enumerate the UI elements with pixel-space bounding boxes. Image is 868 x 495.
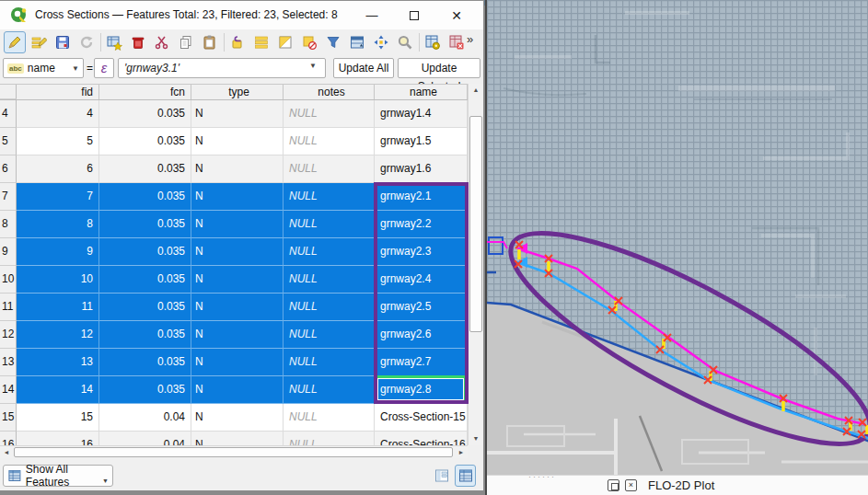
maximize-button[interactable] — [399, 5, 429, 27]
cell-fid[interactable]: 14 — [17, 376, 99, 404]
cell-type[interactable]: N — [191, 376, 284, 404]
row-number[interactable]: 8 — [0, 211, 17, 238]
cell-name-current[interactable]: grnway2.8 — [375, 376, 468, 404]
cell-name[interactable]: grnway1.6 — [375, 155, 468, 183]
close-button[interactable]: ✕ — [442, 5, 471, 27]
scroll-down-icon[interactable]: ▼ — [469, 432, 483, 445]
multi-edit-button[interactable] — [28, 31, 50, 53]
cell-fid[interactable]: 12 — [17, 321, 99, 349]
cell-fid[interactable]: 16 — [17, 432, 99, 445]
cell-notes[interactable]: NULL — [284, 183, 375, 211]
select-all-button[interactable] — [250, 31, 272, 53]
cell-notes[interactable]: NULL — [284, 155, 375, 183]
map-canvas[interactable] — [487, 0, 868, 475]
scroll-right-icon[interactable]: ► — [455, 446, 468, 458]
row-number[interactable]: 15 — [0, 404, 17, 432]
table-row-selected[interactable]: 8 8 0.035 N NULL grnway2.2 — [0, 211, 468, 238]
cell-fid[interactable]: 11 — [17, 294, 99, 321]
cell-name[interactable]: grnway2.6 — [375, 321, 468, 349]
cell-type[interactable]: N — [191, 183, 284, 211]
cell-fcn[interactable]: 0.035 — [99, 294, 191, 321]
pan-to-selection-button[interactable] — [370, 31, 392, 53]
row-number[interactable]: 7 — [0, 183, 17, 211]
dock-close-icon[interactable]: × — [625, 479, 637, 491]
cell-notes[interactable]: NULL — [284, 349, 375, 376]
dock-float-icon[interactable] — [608, 479, 619, 491]
row-number[interactable]: 16 — [0, 432, 17, 445]
table-view-button[interactable] — [455, 465, 476, 487]
cell-fcn[interactable]: 0.035 — [99, 238, 191, 266]
cell-fid[interactable]: 5 — [17, 128, 99, 155]
cell-name[interactable]: grnway2.1 — [375, 183, 468, 211]
row-number[interactable]: 14 — [0, 376, 17, 404]
add-feature-button[interactable] — [103, 31, 125, 53]
expression-input[interactable]: 'grnway3.1' — [118, 58, 326, 78]
cell-type[interactable]: N — [191, 155, 284, 183]
table-row-selected[interactable]: 9 9 0.035 N NULL grnway2.3 — [0, 238, 468, 266]
move-selection-top-button[interactable] — [346, 31, 368, 53]
table-row[interactable]: 6 6 0.035 N NULL grnway1.6 — [0, 155, 468, 183]
zoom-to-selection-button[interactable] — [394, 31, 416, 53]
cell-notes[interactable]: NULL — [284, 211, 375, 238]
cell-type[interactable]: N — [191, 128, 284, 155]
cell-name[interactable]: grnway2.2 — [375, 211, 468, 238]
expression-builder-button[interactable]: ε — [94, 58, 114, 78]
cell-name[interactable]: grnway2.5 — [375, 294, 468, 321]
cell-notes[interactable]: NULL — [284, 432, 375, 445]
row-number[interactable]: 11 — [0, 294, 17, 321]
cell-notes[interactable]: NULL — [284, 404, 375, 432]
copy-button[interactable] — [175, 31, 197, 53]
column-header-fid[interactable]: fid — [17, 85, 99, 99]
row-number[interactable]: 6 — [0, 155, 17, 183]
table-row[interactable]: 15 15 0.04 N NULL Cross-Section-15 — [0, 404, 468, 432]
row-number[interactable]: 4 — [0, 100, 17, 128]
table-row-selected[interactable]: 12 12 0.035 N NULL grnway2.6 — [0, 321, 468, 349]
cell-notes[interactable]: NULL — [284, 266, 375, 294]
table-row-selected[interactable]: 14 14 0.035 N NULL grnway2.8 — [0, 376, 468, 404]
cell-notes[interactable]: NULL — [284, 238, 375, 266]
column-header-type[interactable]: type — [191, 85, 284, 99]
cell-type[interactable]: N — [191, 432, 284, 445]
cell-fcn[interactable]: 0.04 — [99, 432, 191, 445]
table-row-selected[interactable]: 11 11 0.035 N NULL grnway2.5 — [0, 294, 468, 321]
new-field-button[interactable] — [422, 31, 444, 53]
cell-type[interactable]: N — [191, 321, 284, 349]
cell-fcn[interactable]: 0.035 — [99, 128, 191, 155]
cell-type[interactable]: N — [191, 294, 284, 321]
form-view-button[interactable] — [431, 465, 452, 487]
vertical-scrollbar[interactable]: ▲ ▼ — [468, 84, 483, 445]
cell-type[interactable]: N — [191, 238, 284, 266]
reload-button[interactable] — [75, 31, 98, 53]
cell-fcn[interactable]: 0.035 — [99, 349, 191, 376]
cell-fid[interactable]: 15 — [17, 404, 99, 432]
toggle-editing-button[interactable] — [4, 31, 26, 53]
cell-fid[interactable]: 8 — [17, 211, 99, 238]
toolbar-overflow-chevron[interactable]: » — [467, 32, 472, 46]
cell-fid[interactable]: 13 — [17, 349, 99, 376]
cell-fcn[interactable]: 0.035 — [99, 100, 191, 128]
cell-fcn[interactable]: 0.04 — [99, 404, 191, 432]
cell-type[interactable]: N — [191, 349, 284, 376]
cell-notes[interactable]: NULL — [284, 321, 375, 349]
cell-type[interactable]: N — [191, 211, 284, 238]
column-header-notes[interactable]: notes — [284, 85, 375, 99]
field-selector-dropdown[interactable]: abc name ▼ — [3, 58, 84, 78]
cell-notes[interactable]: NULL — [284, 128, 375, 155]
row-number[interactable]: 10 — [0, 266, 17, 294]
cell-fcn[interactable]: 0.035 — [99, 155, 191, 183]
update-selected-button[interactable]: Update Selected — [398, 58, 480, 78]
cell-fcn[interactable]: 0.035 — [99, 266, 191, 294]
cell-type[interactable]: N — [191, 266, 284, 294]
cell-notes[interactable]: NULL — [284, 294, 375, 321]
invert-selection-button[interactable] — [274, 31, 296, 53]
show-all-features-dropdown[interactable]: Show All Features ▼ — [3, 465, 113, 487]
scroll-left-icon[interactable]: ◄ — [0, 446, 13, 458]
cell-fcn[interactable]: 0.035 — [99, 183, 191, 211]
cell-fid[interactable]: 4 — [17, 100, 99, 128]
cell-notes[interactable]: NULL — [284, 376, 375, 404]
row-number[interactable]: 9 — [0, 238, 17, 266]
minimize-button[interactable]: — — [357, 5, 387, 27]
cut-button[interactable] — [151, 31, 173, 53]
table-row[interactable]: 5 5 0.035 N NULL grnway1.5 — [0, 128, 468, 155]
cell-fcn[interactable]: 0.035 — [99, 376, 191, 404]
